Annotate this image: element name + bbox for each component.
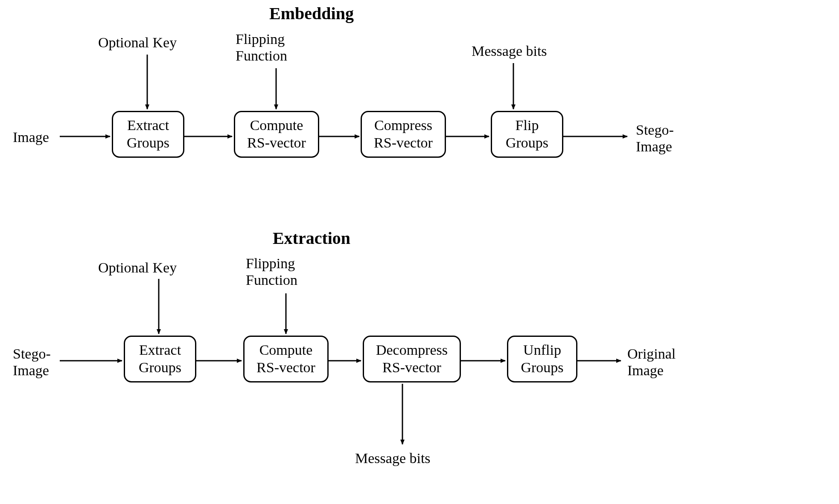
embedding-compress-rs-box: Compress RS-vector xyxy=(361,111,446,158)
extraction-flipping-function-label: Flipping Function xyxy=(246,255,297,288)
embedding-output-label: Stego- Image xyxy=(636,122,674,155)
extraction-message-bits-label: Message bits xyxy=(355,450,431,466)
extraction-output-label: Original Image xyxy=(627,345,676,379)
arrows-layer xyxy=(0,0,839,504)
embedding-optional-key-label: Optional Key xyxy=(98,34,177,51)
embedding-compute-rs-text: Compute RS-vector xyxy=(239,117,314,152)
extraction-decompress-rs-box: Decompress RS-vector xyxy=(363,336,461,382)
embedding-extract-groups-box: Extract Groups xyxy=(112,111,184,158)
extraction-unflip-groups-box: Unflip Groups xyxy=(507,336,577,382)
embedding-compress-rs-text: Compress RS-vector xyxy=(366,117,440,152)
extraction-extract-groups-text: Extract Groups xyxy=(129,342,191,377)
extraction-unflip-groups-text: Unflip Groups xyxy=(513,342,572,377)
extraction-title: Extraction xyxy=(248,228,376,248)
embedding-extract-groups-text: Extract Groups xyxy=(117,117,179,152)
embedding-flip-groups-text: Flip Groups xyxy=(496,117,558,152)
extraction-compute-rs-text: Compute RS-vector xyxy=(249,342,323,377)
extraction-input-label: Stego- Image xyxy=(13,345,51,379)
extraction-decompress-rs-text: Decompress RS-vector xyxy=(368,342,455,377)
embedding-input-label: Image xyxy=(13,129,49,145)
extraction-optional-key-label: Optional Key xyxy=(98,259,177,276)
embedding-title: Embedding xyxy=(248,3,376,23)
diagram-stage: Embedding Extraction Image Stego- Image … xyxy=(0,0,839,504)
extraction-extract-groups-box: Extract Groups xyxy=(124,336,196,382)
embedding-flipping-function-label: Flipping Function xyxy=(236,31,287,64)
extraction-compute-rs-box: Compute RS-vector xyxy=(243,336,329,382)
embedding-message-bits-label: Message bits xyxy=(472,43,547,59)
embedding-compute-rs-box: Compute RS-vector xyxy=(234,111,319,158)
embedding-flip-groups-box: Flip Groups xyxy=(491,111,563,158)
